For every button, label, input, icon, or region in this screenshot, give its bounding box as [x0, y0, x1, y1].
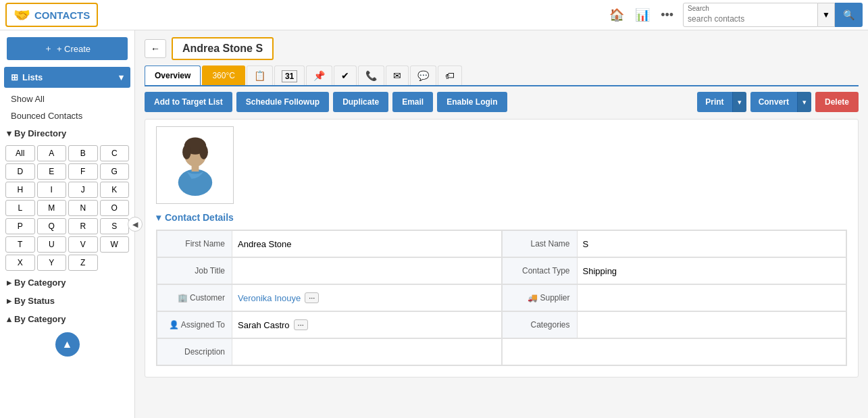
dir-btn-y[interactable]: Y [37, 255, 67, 271]
dir-btn-p[interactable]: P [5, 218, 35, 234]
schedule-followup-button[interactable]: Schedule Followup [236, 92, 329, 112]
sidebar-show-all[interactable]: Show All [0, 90, 134, 107]
dir-btn-d[interactable]: D [5, 163, 35, 180]
convert-dropdown-button[interactable]: ▾ [797, 92, 811, 112]
dir-btn-g[interactable]: G [100, 163, 130, 180]
search-dropdown-button[interactable]: ▼ [818, 3, 835, 27]
sidebar-by-category[interactable]: ▸ By Category [0, 273, 134, 292]
dir-btn-z[interactable]: Z [68, 255, 98, 271]
print-dropdown-button[interactable]: ▾ [732, 92, 746, 112]
delete-button[interactable]: Delete [815, 92, 859, 112]
description-right-cell [502, 338, 847, 365]
lists-grid-icon: ⊞ [11, 72, 18, 82]
dir-btn-x[interactable]: X [5, 255, 35, 271]
scroll-up-button[interactable]: ▲ [55, 332, 80, 357]
print-split-button: Print ▾ [697, 92, 746, 112]
more-button[interactable]: ••• [655, 5, 679, 25]
search-area: Search ▼ 🔍 [683, 3, 863, 27]
convert-split-button: Convert ▾ [750, 92, 811, 112]
supplier-value [577, 285, 846, 311]
contact-top [156, 126, 847, 204]
assigned-to-label: 👤 Assigned To [157, 316, 232, 334]
job-title-value [232, 258, 501, 284]
dir-btn-t[interactable]: T [5, 236, 35, 253]
create-label: + Create [57, 44, 91, 54]
job-title-cell: Job Title [157, 257, 502, 284]
action-bar: Add to Target List Schedule Followup Dup… [145, 92, 859, 112]
dir-btn-all[interactable]: All [5, 145, 35, 161]
section-chevron-icon: ▾ [156, 212, 161, 223]
categories-label: Categories [503, 316, 577, 334]
tab-check-icon[interactable]: ✔ [334, 66, 357, 85]
content-area: ← Andrea Stone S Overview 360°C 📋 31 📌 ✔… [135, 30, 868, 418]
assigned-person-icon: 👤 [169, 320, 179, 330]
dir-btn-w[interactable]: W [100, 236, 130, 253]
top-nav: 🤝 CONTACTS 🏠 📊 ••• Search ▼ 🔍 [0, 0, 868, 30]
sidebar-collapse-button[interactable]: ◀ [128, 217, 143, 232]
dir-btn-u[interactable]: U [37, 236, 67, 253]
section-header-contact-details[interactable]: ▾ Contact Details [156, 212, 847, 223]
customer-cell: 🏢 Customer Veronika Inouye ··· [157, 284, 502, 311]
dir-btn-l[interactable]: L [5, 200, 35, 216]
customer-link[interactable]: Veronika Inouye [238, 293, 301, 303]
customer-ellipsis-button[interactable]: ··· [305, 292, 319, 303]
tab-calendar-icon[interactable]: 31 [274, 66, 305, 85]
sidebar-lists-header[interactable]: ⊞ Lists ▾ [4, 67, 130, 88]
last-name-value: S [577, 231, 846, 257]
dir-btn-m[interactable]: M [37, 200, 67, 216]
contact-type-label: Contact Type [503, 262, 577, 280]
dir-btn-o[interactable]: O [100, 200, 130, 216]
dir-btn-c[interactable]: C [100, 145, 130, 161]
create-button[interactable]: ＋ + Create [7, 37, 128, 60]
tab-phone-icon[interactable]: 📞 [358, 66, 384, 85]
tab-overview[interactable]: Overview [145, 66, 201, 85]
chevron-right-icon: ▸ [7, 278, 11, 288]
sidebar-by-directory[interactable]: ▾ By Directory [0, 124, 134, 142]
main-layout: ＋ + Create ⊞ Lists ▾ Show All Bounced Co… [0, 30, 868, 418]
tab-tag-icon[interactable]: 🏷 [438, 66, 462, 85]
dir-btn-a[interactable]: A [37, 145, 67, 161]
dir-btn-b[interactable]: B [68, 145, 98, 161]
lists-label: Lists [22, 72, 43, 82]
dir-btn-r[interactable]: R [68, 218, 98, 234]
duplicate-button[interactable]: Duplicate [333, 92, 388, 112]
tab-360[interactable]: 360°C [202, 66, 245, 85]
tab-email-icon[interactable]: ✉ [386, 66, 409, 85]
convert-button[interactable]: Convert [750, 92, 797, 112]
home-button[interactable]: 🏠 [604, 5, 630, 25]
sidebar-by-category2[interactable]: ▴ By Category [0, 310, 134, 328]
dir-btn-h[interactable]: H [5, 182, 35, 198]
dir-btn-s[interactable]: S [100, 218, 130, 234]
assigned-ellipsis-button[interactable]: ··· [294, 319, 308, 330]
dir-btn-i[interactable]: I [37, 182, 67, 198]
tab-list-icon[interactable]: 📋 [247, 66, 273, 85]
svg-point-2 [182, 145, 191, 159]
tab-chat-icon[interactable]: 💬 [410, 66, 436, 85]
sidebar-wrapper: ＋ + Create ⊞ Lists ▾ Show All Bounced Co… [0, 30, 135, 418]
tabs-row: Overview 360°C 📋 31 📌 ✔ 📞 ✉ 💬 🏷 [145, 66, 859, 86]
enable-login-button[interactable]: Enable Login [437, 92, 507, 112]
brand-label: CONTACTS [34, 9, 90, 21]
dir-btn-k[interactable]: K [100, 182, 130, 198]
email-button[interactable]: Email [392, 92, 433, 112]
chart-button[interactable]: 📊 [630, 5, 655, 25]
sidebar-by-status[interactable]: ▸ By Status [0, 292, 134, 310]
contact-details-form: First Name Andrea Stone Last Name S Job … [156, 230, 847, 366]
print-button[interactable]: Print [697, 92, 732, 112]
tab-pin-icon[interactable]: 📌 [306, 66, 332, 85]
search-submit-button[interactable]: 🔍 [835, 3, 863, 27]
dir-btn-f[interactable]: F [68, 163, 98, 180]
sidebar-bounced-contacts[interactable]: Bounced Contacts [0, 107, 134, 124]
svg-point-3 [199, 145, 208, 159]
brand-logo[interactable]: 🤝 CONTACTS [5, 3, 98, 27]
dir-btn-j[interactable]: J [68, 182, 98, 198]
dir-btn-v[interactable]: V [68, 236, 98, 253]
dir-btn-e[interactable]: E [37, 163, 67, 180]
contact-type-cell: Contact Type Shipping [502, 257, 847, 284]
last-name-label: Last Name [503, 235, 577, 253]
description-cell: Description [157, 338, 502, 365]
dir-btn-q[interactable]: Q [37, 218, 67, 234]
add-to-target-list-button[interactable]: Add to Target List [145, 92, 232, 112]
back-button[interactable]: ← [145, 39, 166, 58]
dir-btn-n[interactable]: N [68, 200, 98, 216]
